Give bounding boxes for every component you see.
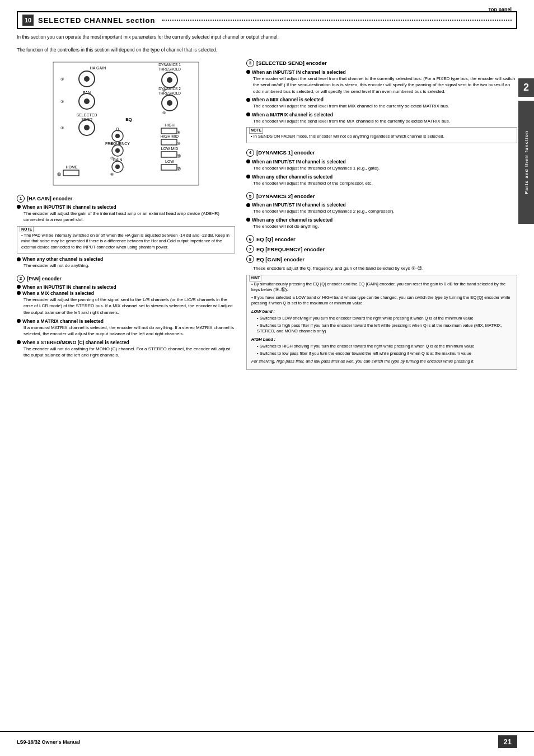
d1-other-title: When any other channel is selected <box>246 174 517 180</box>
ss-matrix-text: The encoder will adjust the send level f… <box>253 118 517 125</box>
eq-gain-title: 8 EQ [GAIN] encoder <box>246 255 517 263</box>
d1-input-title: When an INPUT/ST IN channel is selected <box>246 159 517 165</box>
ss-mix-title: When a MIX channel is selected <box>246 97 517 102</box>
bullet <box>17 257 21 261</box>
svg-text:①: ① <box>60 77 64 81</box>
section-title: 10 SELECTED CHANNEL section <box>17 11 517 29</box>
bullet <box>17 319 21 323</box>
svg-rect-33 <box>161 139 177 145</box>
eq-freq-number: 7 <box>246 245 254 253</box>
bullet <box>246 112 250 116</box>
ha-gain-other-sub: When any other channel is selected The e… <box>17 256 235 269</box>
ss-input-sub: When an INPUT/ST IN channel is selected … <box>246 69 517 95</box>
d1-input-sub: When an INPUT/ST IN channel is selected … <box>246 159 517 172</box>
d1-input-label: When an INPUT/ST IN channel is selected <box>252 159 346 165</box>
eq-hint-box: HINT • By simultaneously pressing the EQ… <box>246 275 517 370</box>
svg-text:⑧: ⑧ <box>110 172 114 176</box>
svg-point-27 <box>115 134 120 138</box>
selected-send-section: 3 [SELECTED SEND] encoder When an INPUT/… <box>246 59 517 143</box>
bullet <box>17 340 21 344</box>
eq-gain-number: 8 <box>246 255 254 263</box>
intro-text-1: In this section you can operate the most… <box>17 34 517 41</box>
eq-freq-title: 7 EQ [FREQUENCY] encoder <box>246 245 517 253</box>
svg-text:HIGH MID: HIGH MID <box>161 134 179 138</box>
ss-input-text: The encoder will adjust the send level f… <box>253 76 517 95</box>
svg-text:⑪: ⑪ <box>177 154 181 158</box>
svg-text:LOW MID: LOW MID <box>161 147 179 151</box>
d2-input-sub: When an INPUT/ST IN channel is selected … <box>246 202 517 215</box>
svg-text:THRESHOLD: THRESHOLD <box>158 91 181 95</box>
svg-rect-40 <box>161 152 177 157</box>
pan-number: 2 <box>17 275 25 283</box>
d2-input-title: When an INPUT/ST IN channel is selected <box>246 202 517 208</box>
d1-other-label: When any other channel is selected <box>252 174 332 180</box>
bottom-page: 21 <box>498 735 517 748</box>
ss-note: NOTE • In SENDS ON FADER mode, this enco… <box>246 127 517 143</box>
bottom-bar: LS9-16/32 Owner's Manual 21 <box>0 731 534 748</box>
eq-section: 6 EQ [Q] encoder 7 EQ [FREQUENCY] encode… <box>246 235 517 370</box>
ha-gain-input-sub: When an INPUT/ST IN channel is selected … <box>17 204 235 223</box>
svg-text:HA GAIN: HA GAIN <box>90 66 106 70</box>
svg-point-8 <box>167 77 172 83</box>
pan-stereo-label: When a STEREO/MONO (C) channel is select… <box>22 340 129 345</box>
dynamics2-number: 5 <box>246 192 254 200</box>
bullet <box>246 159 250 163</box>
d1-other-sub: When any other channel is selected The e… <box>246 174 517 187</box>
bullet <box>17 291 21 295</box>
pan-matrix-label: When a MATRIX channel is selected <box>22 318 104 324</box>
svg-text:⑨: ⑨ <box>177 130 180 134</box>
svg-point-37 <box>115 148 120 153</box>
ss-mix-label: When a MIX channel is selected <box>252 97 324 102</box>
svg-text:THRESHOLD: THRESHOLD <box>158 67 181 71</box>
dynamics2-section: 5 [DYNAMICS 2] encoder When an INPUT/ST … <box>246 192 517 229</box>
ss-matrix-label: When a MATRIX channel is selected <box>252 112 333 118</box>
ss-matrix-sub: When a MATRIX channel is selected The en… <box>246 112 517 125</box>
bullet <box>17 285 21 289</box>
diagram-area: HA GAIN ① DYNAMICS 1 THRESHOLD ④ PAN <box>31 59 221 189</box>
svg-text:HOME: HOME <box>66 165 78 169</box>
svg-point-22 <box>84 125 90 130</box>
diagram-svg: HA GAIN ① DYNAMICS 1 THRESHOLD ④ PAN <box>31 59 221 188</box>
svg-text:②: ② <box>60 100 64 104</box>
svg-rect-50 <box>161 165 177 170</box>
svg-point-47 <box>115 165 120 169</box>
svg-text:HIGH: HIGH <box>165 123 175 127</box>
bullet <box>17 205 21 209</box>
ha-gain-other-title: When any other channel is selected <box>17 256 235 262</box>
pan-title: 2 [PAN] encoder <box>17 275 235 283</box>
svg-text:DYNAMICS 2: DYNAMICS 2 <box>158 87 181 91</box>
title-dots <box>162 20 512 21</box>
svg-text:DYNAMICS 1: DYNAMICS 1 <box>158 63 181 67</box>
svg-point-17 <box>167 100 172 106</box>
dynamics1-title: 4 [DYNAMICS 1] encoder <box>246 149 517 157</box>
d1-other-text: The encoder will adjust the threshold of… <box>253 180 517 187</box>
page: Top panel 2 Parts and their function 10 … <box>0 0 534 756</box>
dynamics2-title: 5 [DYNAMICS 2] encoder <box>246 192 517 200</box>
eq-hint-label: HINT <box>249 275 261 281</box>
bullet <box>246 70 250 74</box>
ss-note-label: NOTE <box>249 127 263 134</box>
svg-text:FREQUENCY: FREQUENCY <box>105 142 130 146</box>
svg-text:LOW: LOW <box>165 159 174 163</box>
ss-matrix-title: When a MATRIX channel is selected <box>246 112 517 118</box>
ha-gain-other-label: When any other channel is selected <box>22 256 103 262</box>
eq-group-text: These encoders adjust the Q, frequency, … <box>253 265 517 272</box>
ss-mix-sub: When a MIX channel is selected The encod… <box>246 97 517 110</box>
eq-q-label: EQ [Q] encoder <box>256 236 296 242</box>
pan-matrix-title: When a MATRIX channel is selected <box>17 318 235 324</box>
bottom-model: LS9-16/32 Owner's Manual <box>17 739 80 745</box>
dynamics1-section: 4 [DYNAMICS 1] encoder When an INPUT/ST … <box>246 149 517 186</box>
intro-text-2: The function of the controllers in this … <box>17 46 517 54</box>
pan-section: 2 [PAN] encoder When an INPUT/ST IN chan… <box>17 275 235 359</box>
svg-rect-43 <box>63 170 79 176</box>
pan-label: [PAN] encoder <box>27 276 62 281</box>
bullet <box>246 203 250 207</box>
bullet <box>246 218 250 222</box>
ha-gain-label: [HA GAIN] encoder <box>27 196 72 201</box>
ss-input-title: When an INPUT/ST IN channel is selected <box>246 69 517 75</box>
svg-text:⑫: ⑫ <box>177 167 181 171</box>
svg-text:⑩: ⑩ <box>177 142 180 145</box>
pan-input-title: When an INPUT/ST IN channel is selected <box>17 284 235 290</box>
pan-stereo-sub: When a STEREO/MONO (C) channel is select… <box>17 340 235 359</box>
dynamics2-label: [DYNAMICS 2] encoder <box>256 193 315 199</box>
